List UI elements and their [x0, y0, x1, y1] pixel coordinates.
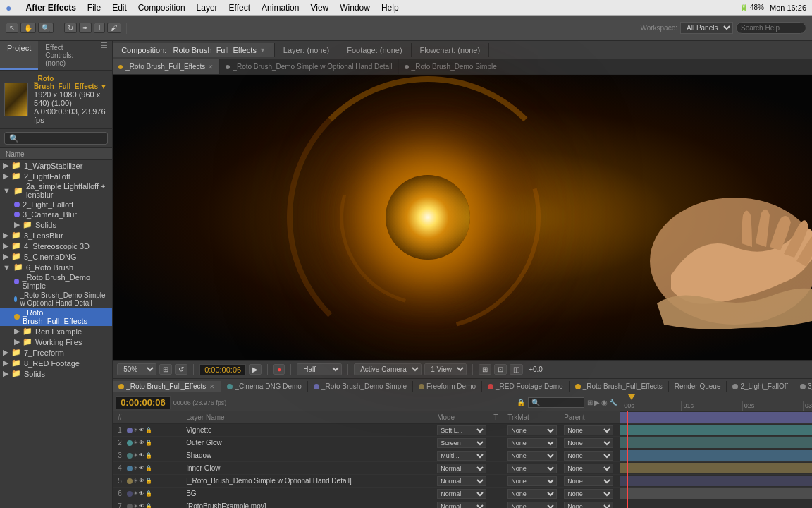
solo-icon[interactable]: ☀ — [133, 452, 138, 459]
tab-effect-controls[interactable]: Effect Controls: (none) — [38, 41, 97, 70]
lock-icon[interactable]: 🔒 — [145, 490, 152, 497]
visibility-icon[interactable]: 👁 — [139, 440, 144, 446]
layer-row-7[interactable]: 7 ☀ 👁 🔒 [RotoBrushExample.mov] — [113, 500, 620, 508]
menu-window[interactable]: Window — [340, 3, 370, 13]
panel-menu-icon[interactable]: ☰ — [97, 41, 112, 70]
tree-item-lensblur[interactable]: ▶ 📁 3_LensBlur — [0, 230, 112, 241]
tl-tool-4[interactable]: 🔧 — [609, 399, 617, 406]
rotate-tool[interactable]: ↻ — [64, 23, 77, 33]
layer-row-1[interactable]: 1 ☀ 👁 🔒 Vignette So — [113, 424, 620, 437]
trkmat-select-6[interactable]: None — [508, 489, 557, 499]
menu-layer[interactable]: Layer — [197, 3, 218, 13]
track-bar-2[interactable] — [620, 425, 812, 435]
tree-item-freeform[interactable]: ▶ 📁 7_Freeform — [0, 347, 112, 358]
tree-item-red-footage[interactable]: ▶ 📁 8_RED Footage — [0, 358, 112, 368]
tab-layer[interactable]: Layer: (none) — [275, 43, 338, 57]
parent-select-5[interactable]: None — [564, 476, 613, 486]
grid-icon[interactable]: ⊞ — [479, 364, 491, 375]
lock-icon[interactable]: 🔒 — [145, 427, 152, 433]
blend-mode-select-2[interactable]: Screen — [437, 438, 486, 448]
solo-icon[interactable]: ☀ — [133, 465, 138, 471]
blend-mode-select-6[interactable]: Normal — [437, 489, 486, 499]
trkmat-select-1[interactable]: None — [508, 425, 557, 435]
visibility-icon[interactable]: 👁 — [139, 490, 144, 497]
visibility-icon[interactable]: 👁 — [139, 478, 144, 484]
lock-icon[interactable]: 🔒 — [145, 440, 152, 446]
track-bar-7[interactable] — [620, 488, 812, 499]
play-icon[interactable]: ▶ — [249, 364, 262, 375]
layer-row-5[interactable]: 5 ☀ 👁 🔒 [_Roto_Brush_Demo Simple w Optio… — [113, 475, 620, 488]
tree-item-stereoscopic[interactable]: ▶ 📁 4_Stereoscopic 3D — [0, 241, 112, 251]
workspace-select[interactable]: All Panels — [680, 22, 733, 34]
tl-tab-roto-full-2[interactable]: _Roto Brush_Full_Effects — [570, 381, 669, 392]
pen-tool[interactable]: ✒ — [79, 23, 92, 33]
track-bar-1[interactable] — [620, 412, 812, 423]
tree-item-warpstabilizer[interactable]: ▶ 📁 1_WarpStabilizer — [0, 160, 112, 171]
tl-tab-cinemadng[interactable]: _Cinema DNG Demo — [221, 381, 307, 392]
solo-icon[interactable]: ☀ — [133, 503, 138, 508]
transparency-icon[interactable]: ◫ — [510, 364, 523, 375]
tl-tool-1[interactable]: ⊞ — [587, 399, 593, 406]
parent-select-1[interactable]: None — [564, 425, 613, 435]
select-tool[interactable]: ↖ — [6, 23, 18, 33]
tl-tab-red-footage[interactable]: _RED Footage Demo — [482, 381, 570, 392]
visibility-icon[interactable]: 👁 — [139, 452, 144, 459]
tree-item-cinemadng[interactable]: ▶ 📁 5_CinemaDNG — [0, 251, 112, 262]
tl-tool-2[interactable]: ▶ — [594, 399, 600, 406]
tree-item-roto-optional[interactable]: _Roto Brush_Demo Simple w Optional Hand … — [0, 291, 112, 308]
visibility-icon[interactable]: 👁 — [139, 503, 144, 508]
trkmat-select-4[interactable]: None — [508, 464, 557, 473]
lock-icon[interactable]: 🔒 — [145, 503, 152, 508]
solo-icon[interactable]: ☀ — [133, 427, 138, 433]
tree-item-rotobrush[interactable]: ▼ 📁 6_Roto Brush — [0, 262, 112, 272]
track-bar-4[interactable] — [620, 450, 812, 461]
blend-mode-select-4[interactable]: Normal — [437, 464, 486, 473]
tl-tab-camera-blur[interactable]: 3_Camera_Blur — [794, 381, 812, 392]
brush-tool[interactable]: 🖌 — [107, 23, 121, 33]
tree-item-working-files[interactable]: ▶ 📁 Working Files — [0, 337, 112, 347]
track-bar-3[interactable] — [620, 437, 812, 448]
lock-icon[interactable]: 🔒 — [517, 399, 525, 406]
reset-view-icon[interactable]: ↺ — [175, 364, 187, 375]
parent-select-4[interactable]: None — [564, 464, 613, 473]
layer-row-6[interactable]: 6 ☀ 👁 🔒 BG Normal — [113, 488, 620, 500]
close-icon[interactable]: ✕ — [209, 383, 215, 390]
viewer-tab-roto-full[interactable]: _Roto Brush_Full_Effects ✕ — [113, 59, 220, 74]
menu-edit[interactable]: Edit — [112, 3, 127, 13]
solo-icon[interactable]: ☀ — [133, 478, 138, 484]
menu-help[interactable]: Help — [381, 3, 399, 13]
playhead-handle[interactable] — [627, 394, 636, 411]
tab-composition-roto-full[interactable]: Composition: _Roto Brush_Full_Effects ▼ — [113, 43, 275, 57]
composition-viewer[interactable] — [113, 75, 812, 360]
tab-footage[interactable]: Footage: (none) — [338, 43, 411, 57]
tree-item-roto-simple[interactable]: _Roto Brush_Demo Simple — [0, 272, 112, 291]
track-bar-6[interactable] — [620, 476, 812, 486]
fit-to-comp-icon[interactable]: ⊞ — [159, 364, 172, 375]
blend-mode-select-3[interactable]: Multi... — [437, 451, 486, 461]
blend-mode-select-1[interactable]: Soft L... — [437, 425, 486, 435]
text-tool[interactable]: T — [94, 23, 105, 33]
close-icon[interactable]: ✕ — [208, 64, 214, 71]
current-time-display[interactable]: 0:00:00:06 — [116, 396, 171, 409]
blend-mode-select-5[interactable]: Normal — [437, 476, 486, 486]
tl-tab-roto-simple[interactable]: _Roto Brush_Demo Simple — [308, 381, 413, 392]
solo-icon[interactable]: ☀ — [133, 490, 138, 497]
menu-animation[interactable]: Animation — [262, 3, 299, 13]
menu-view[interactable]: View — [310, 3, 328, 13]
project-search-input[interactable] — [4, 132, 108, 145]
overlay-icon[interactable]: ⊡ — [494, 364, 507, 375]
parent-select-6[interactable]: None — [564, 489, 613, 499]
zoom-select[interactable]: 50%100%25% — [117, 363, 156, 375]
tl-tab-freeform[interactable]: Freeform Demo — [413, 381, 482, 392]
tree-item-roto-full-effects[interactable]: _Roto Brush_Full_Effects — [0, 308, 112, 326]
tab-flowchart[interactable]: Flowchart: (none) — [412, 43, 490, 57]
lock-icon[interactable]: 🔒 — [145, 478, 152, 484]
tree-item-2a-simple[interactable]: ▼ 📁 2a_simple Lightfalloff + lensblur — [0, 181, 112, 200]
timeline-search[interactable] — [528, 397, 584, 408]
zoom-tool[interactable]: 🔍 — [38, 23, 54, 33]
tl-tab-roto-full[interactable]: _Roto Brush_Full_Effects ✕ — [113, 381, 221, 392]
visibility-icon[interactable]: 👁 — [139, 427, 144, 433]
tree-item-ren-example[interactable]: ▶ 📁 Ren Example — [0, 326, 112, 337]
view-mode-select[interactable]: Active Camera — [354, 363, 422, 375]
tab-project[interactable]: Project — [0, 41, 38, 70]
